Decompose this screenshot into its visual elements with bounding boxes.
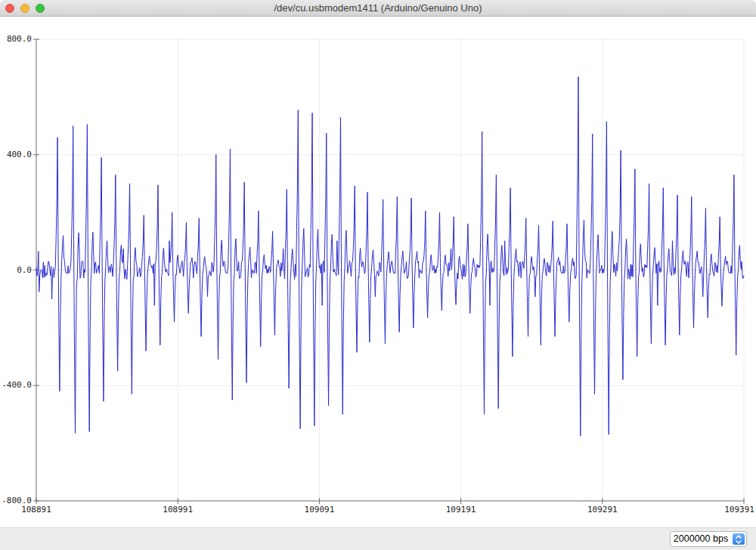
window-title: /dev/cu.usbmodem1411 (Arduino/Genuino Un…	[0, 0, 756, 17]
x-axis-label: 108891	[10, 505, 63, 515]
baud-rate-value: 2000000 bps	[671, 532, 731, 546]
serial-plotter-window: /dev/cu.usbmodem1411 (Arduino/Genuino Un…	[0, 0, 756, 550]
y-axis-label: -400.0	[0, 380, 32, 391]
waveform-chart	[30, 34, 750, 511]
titlebar: /dev/cu.usbmodem1411 (Arduino/Genuino Un…	[0, 0, 756, 17]
baud-rate-select[interactable]: 2000000 bps	[670, 531, 747, 547]
y-axis-label: 800.0	[0, 34, 32, 45]
x-axis-label: 109091	[293, 505, 345, 515]
x-axis-label: 108991	[151, 505, 204, 515]
up-down-chevrons-icon	[736, 534, 742, 545]
y-axis-label: 0.0	[0, 265, 32, 276]
x-axis-label: 109291	[576, 505, 629, 515]
y-axis-label: 400.0	[0, 150, 32, 160]
x-axis-label: 109391	[702, 505, 754, 515]
stepper-icon[interactable]	[733, 533, 745, 545]
plot-area: 800.0400.00.0-400.0-800.0 10889110899110…	[0, 17, 756, 527]
bottom-bar: 2000000 bps	[0, 527, 756, 550]
x-axis-label: 109191	[435, 505, 488, 515]
waveform-line	[36, 77, 744, 436]
